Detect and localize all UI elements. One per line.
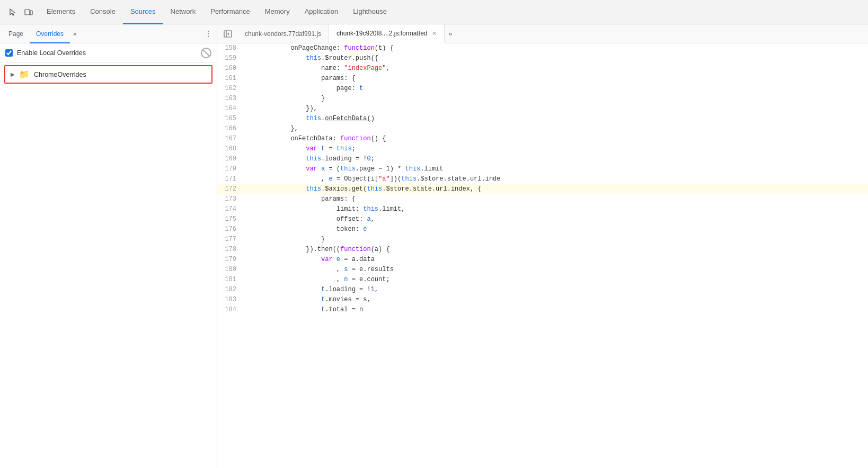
devtools-navbar: Elements Console Sources Network Perform… [0, 0, 868, 24]
code-line-158: 158 onPageChange: function(t) { [217, 43, 868, 53]
code-line-175: 175 offset: a, [217, 214, 868, 224]
code-line-167: 167 onFetchData: function() { [217, 134, 868, 144]
code-line-168: 168 var t = this; [217, 144, 868, 154]
file-tab-formatted[interactable]: chunk-19c920f8....2.js:formatted ✕ [329, 24, 444, 43]
code-line-161: 161 params: { [217, 74, 868, 84]
chrome-overrides-folder[interactable]: ▶ 📁 ChromeOverrides [4, 65, 212, 84]
code-line-164: 164 }), [217, 104, 868, 114]
code-line-177: 177 } [217, 235, 868, 245]
folder-icon: 📁 [19, 69, 30, 79]
code-line-183: 183 t.movies = s, [217, 295, 868, 305]
tab-network[interactable]: Network [163, 0, 203, 24]
code-line-178: 178 }).then((function(a) { [217, 245, 868, 255]
device-toggle-icon[interactable] [22, 6, 35, 19]
code-line-180: 180 , s = e.results [217, 265, 868, 275]
enable-overrides-row: Enable Local Overrides [0, 43, 217, 63]
file-tab-formatted-label: chunk-19c920f8....2.js:formatted [336, 30, 427, 37]
code-line-184: 184 t.total = n [217, 305, 868, 315]
more-options-button[interactable]: ⋮ [202, 28, 215, 40]
enable-overrides-label: Enable Local Overrides [17, 49, 86, 57]
code-line-169: 169 this.loading = !0; [217, 154, 868, 164]
code-line-181: 181 , n = e.count; [217, 275, 868, 285]
code-line-170: 170 var a = (this.page − 1) * this.limit [217, 164, 868, 174]
code-line-163: 163 } [217, 94, 868, 104]
svg-rect-2 [224, 31, 232, 37]
code-line-182: 182 t.loading = !1, [217, 285, 868, 295]
enable-overrides-checkbox[interactable] [5, 49, 13, 57]
code-line-162: 162 page: t [217, 84, 868, 94]
cursor-icon[interactable] [6, 6, 19, 19]
tab-application[interactable]: Application [297, 0, 346, 24]
code-line-159: 159 this.$router.push({ [217, 53, 868, 64]
folder-name-label: ChromeOverrides [34, 71, 86, 78]
nav-icons [2, 6, 39, 19]
devtools-body: Page Overrides » ⋮ Enable Local Override… [0, 24, 868, 468]
left-panel: Page Overrides » ⋮ Enable Local Override… [0, 24, 217, 468]
tab-performance[interactable]: Performance [203, 0, 257, 24]
code-line-173: 173 params: { [217, 194, 868, 204]
svg-rect-1 [30, 11, 32, 15]
code-line-174: 174 limit: this.limit, [217, 204, 868, 214]
code-line-165: 165 this.onFetchData() [217, 114, 868, 124]
code-line-179: 179 var e = a.data [217, 255, 868, 265]
more-file-tabs-button[interactable]: » [445, 30, 457, 38]
file-tab-vendors[interactable]: chunk-vendors.77daf991.js [237, 24, 329, 43]
code-line-160: 160 name: "indexPage", [217, 64, 868, 74]
left-tab-actions: ⋮ [202, 28, 215, 40]
file-tab-close-button[interactable]: ✕ [432, 30, 437, 37]
more-tabs-icon[interactable]: » [70, 30, 80, 38]
tab-elements[interactable]: Elements [39, 0, 83, 24]
left-tabs-bar: Page Overrides » ⋮ [0, 24, 217, 43]
tab-page[interactable]: Page [2, 24, 30, 43]
code-line-172: 172 this.$axios.get(this.$store.state.ur… [217, 184, 868, 194]
tab-overrides[interactable]: Overrides [30, 24, 70, 43]
tab-sources[interactable]: Sources [123, 0, 163, 24]
right-panel: chunk-vendors.77daf991.js chunk-19c920f8… [217, 24, 868, 468]
file-tab-vendors-label: chunk-vendors.77daf991.js [245, 30, 321, 38]
panel-toggle-button[interactable] [220, 26, 235, 41]
clear-overrides-button[interactable] [201, 48, 211, 58]
code-viewer[interactable]: 158 onPageChange: function(t) { 159 this… [217, 43, 868, 468]
folder-chevron-icon: ▶ [11, 71, 15, 77]
tab-console[interactable]: Console [83, 0, 123, 24]
code-line-176: 176 token: e [217, 224, 868, 235]
tab-memory[interactable]: Memory [258, 0, 297, 24]
svg-rect-0 [25, 10, 30, 15]
file-tabs-bar: chunk-vendors.77daf991.js chunk-19c920f8… [217, 24, 868, 43]
code-line-171: 171 , e = Object(i["a"])(this.$store.sta… [217, 174, 868, 184]
tab-lighthouse[interactable]: Lighthouse [346, 0, 394, 24]
code-line-166: 166 }, [217, 124, 868, 134]
